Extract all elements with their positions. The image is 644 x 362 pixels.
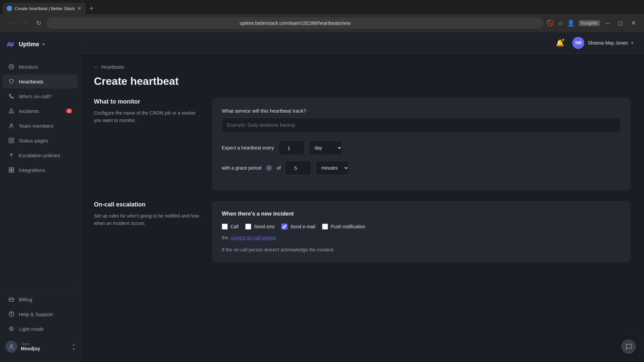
heartbeat-label: Expect a heartbeat every [222,145,274,150]
push-checkbox[interactable] [322,224,328,230]
svg-point-3 [11,112,12,113]
user-menu[interactable]: SM Sheena May Jones ▾ [570,36,636,50]
email-checkbox[interactable] [281,224,287,230]
bookmark-icon[interactable]: ☆ [558,19,563,27]
email-label: Send e-mail [290,224,315,229]
notification-dot [561,38,565,42]
new-tab-button[interactable]: + [87,3,96,14]
tab-close-button[interactable]: ✕ [77,6,82,11]
grace-of: of [277,165,281,171]
team-avatar [5,341,17,353]
heartbeat-unit-select[interactable]: minute hour day week [309,140,342,155]
push-checkbox-item[interactable]: Push notification [322,224,365,230]
svg-rect-5 [9,138,14,143]
sidebar-item-oncall[interactable]: Who's on-call? [3,89,77,103]
section2-info: On-call escalation Set up rules for who'… [94,201,201,262]
service-input[interactable] [222,118,621,132]
sms-label: Send sms [254,224,275,229]
logo-icon [5,39,16,50]
sidebar-item-incidents[interactable]: Incidents 2 [3,104,77,118]
app-header: 🔔 SM Sheena May Jones ▾ [80,32,644,54]
team-label: Team [21,342,69,346]
grace-unit-select[interactable]: minutes hours days [316,161,349,175]
sidebar-item-status-pages[interactable]: Status pages [3,133,77,147]
notification-options: Call Send sms Send e-mail Push noti [222,224,621,230]
app-layout: Uptime ▾ Monitors Heartbeats Who's on [0,32,644,362]
grace-info-icon[interactable]: i [266,165,272,171]
grace-period-row: with a grace period i of minutes hours d… [222,161,621,175]
page-title: Create heartbeat [94,75,631,87]
section1-description: Configure the name of the CRON job or a … [94,109,201,124]
form-card-1: What service will this heartbeat track? … [212,98,631,190]
breadcrumb-heartbeats-link[interactable]: Heartbeats [101,64,124,70]
billing-label: Billing [19,297,32,302]
call-checkbox-item[interactable]: Call [222,224,238,230]
notifications-button[interactable]: 🔔 [556,39,564,47]
refresh-button[interactable]: ↻ [34,18,44,28]
maximize-button[interactable]: ◻ [615,18,626,28]
header-actions: 🔔 SM Sheena May Jones ▾ [556,36,636,50]
sidebar-item-escalation[interactable]: Escalation policies [3,148,77,162]
help-label: Help & Support [19,311,53,317]
heartbeat-number-input[interactable] [278,140,305,155]
svg-rect-8 [12,168,14,170]
grace-number-input[interactable] [285,161,312,175]
sidebar-item-heartbeats[interactable]: Heartbeats [3,74,77,88]
on-call-link[interactable]: current on-call person [231,235,276,240]
email-checkbox-item[interactable]: Send e-mail [281,224,315,230]
active-tab[interactable]: Create heartbeat | Better Stack ✕ [3,3,86,14]
user-name: Sheena May Jones [588,40,628,46]
lightmode-icon [8,325,15,332]
oncall-label: Who's on-call? [19,94,52,99]
sms-checkbox[interactable] [245,224,251,230]
team-name: Moodjoy [21,346,69,351]
heartbeats-icon [8,78,15,85]
on-call-text: the [222,235,228,240]
tab-favicon [7,6,12,11]
chat-widget[interactable] [621,339,636,354]
call-label: Call [230,224,238,229]
svg-point-14 [10,328,13,330]
section2-heading: On-call escalation [94,201,201,208]
push-label: Push notification [331,224,365,229]
incidents-label: Incidents [19,108,39,114]
svg-point-15 [10,345,12,347]
svg-rect-9 [9,170,11,172]
svg-point-13 [11,315,12,316]
forward-button[interactable]: → [19,18,31,28]
team-section[interactable]: Team Moodjoy ▴▾ [0,337,80,357]
sidebar-item-monitors[interactable]: Monitors [3,60,77,74]
section1-heading: What to monitor [94,98,201,105]
monitors-icon [8,63,15,70]
sidebar-nav: Monitors Heartbeats Who's on-call? Incid… [0,56,80,289]
sidebar-item-integrations[interactable]: Integrations [3,163,77,177]
profile-icon[interactable]: 👤 [567,19,575,27]
sidebar-item-team-members[interactable]: Team members [3,119,77,133]
status-pages-label: Status pages [19,138,48,143]
minimize-button[interactable]: ─ [603,18,612,28]
escalation-label: Escalation policies [19,153,60,158]
sidebar: Uptime ▾ Monitors Heartbeats Who's on [0,32,80,362]
back-button[interactable]: ← [5,18,17,28]
sidebar-logo[interactable]: Uptime ▾ [0,32,80,56]
address-bar[interactable] [47,17,544,29]
call-checkbox[interactable] [222,224,228,230]
browser-tabs: Create heartbeat | Better Stack ✕ + [0,0,644,14]
sidebar-item-billing[interactable]: Billing [3,292,77,306]
user-chevron-icon: ▾ [631,41,633,45]
incident-title: When there's a new incident [222,211,621,217]
sidebar-item-help[interactable]: Help & Support [3,307,77,321]
sms-checkbox-item[interactable]: Send sms [245,224,275,230]
svg-point-6 [10,139,12,141]
eye-slash-icon: 🚫 [546,19,554,27]
close-window-button[interactable]: ✕ [628,18,639,28]
acknowledge-note: If the on-call person doesn't acknowledg… [222,247,621,252]
on-call-note: the current on-call person [222,235,621,240]
section-oncall-escalation: On-call escalation Set up rules for who'… [94,201,631,262]
nav-actions: 🚫 ☆ 👤 Incognito [546,19,600,27]
escalation-icon [8,152,15,159]
oncall-icon [8,93,15,100]
browser-nav: ← → ↻ 🚫 ☆ 👤 Incognito ─ ◻ ✕ [0,14,644,32]
breadcrumb-arrow-icon: ← [94,64,99,70]
sidebar-item-lightmode[interactable]: Light mode [3,322,77,336]
